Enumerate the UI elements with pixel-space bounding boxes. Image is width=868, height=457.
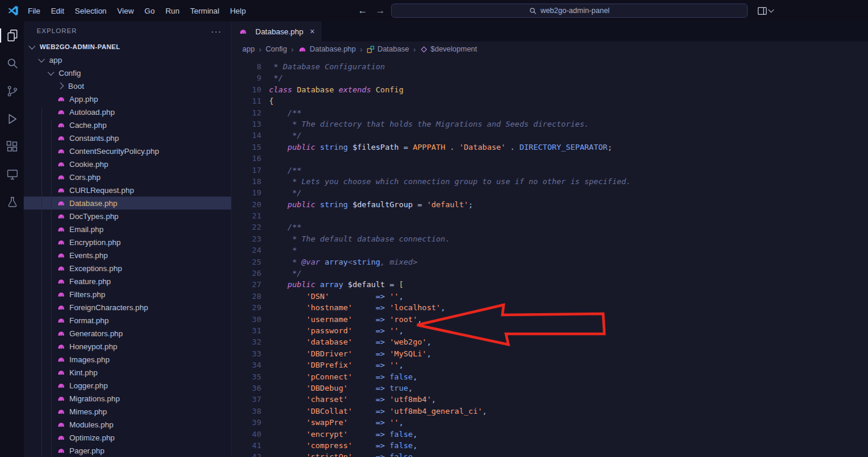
code-line[interactable]: 'encrypt' => false, bbox=[269, 429, 630, 440]
file-item[interactable]: Optimize.php bbox=[24, 431, 231, 444]
run-debug-icon[interactable] bbox=[0, 112, 24, 126]
file-item[interactable]: Events.php bbox=[24, 249, 231, 262]
file-item[interactable]: Modules.php bbox=[24, 418, 231, 431]
file-item[interactable]: Pager.php bbox=[24, 444, 231, 457]
file-item[interactable]: Filters.php bbox=[24, 288, 231, 301]
code-line[interactable]: 'strictOn' => false, bbox=[269, 451, 630, 457]
tab-database-php[interactable]: Database.php bbox=[232, 21, 321, 41]
php-file-icon bbox=[57, 160, 66, 169]
code-line[interactable]: /** bbox=[269, 107, 630, 118]
code-line[interactable]: 'pConnect' => false, bbox=[269, 371, 630, 382]
file-item[interactable]: Mimes.php bbox=[24, 405, 231, 418]
code-line[interactable]: /** bbox=[269, 165, 630, 176]
file-item[interactable]: Database.php bbox=[24, 197, 231, 210]
file-item[interactable]: ForeignCharacters.php bbox=[24, 301, 231, 314]
folder-item[interactable]: Boot bbox=[24, 79, 231, 92]
file-item[interactable]: Honeypot.php bbox=[24, 340, 231, 353]
code-line[interactable]: 'DSN' => '', bbox=[269, 291, 630, 302]
file-item[interactable]: Kint.php bbox=[24, 366, 231, 379]
file-item[interactable]: Encryption.php bbox=[24, 236, 231, 249]
file-item[interactable]: DocTypes.php bbox=[24, 210, 231, 223]
code-line[interactable]: 'database' => 'web2go', bbox=[269, 336, 630, 347]
menu-file[interactable]: File bbox=[23, 7, 46, 15]
search-icon-activity[interactable] bbox=[0, 56, 24, 70]
file-item[interactable]: Images.php bbox=[24, 353, 231, 366]
code-line[interactable]: class Database extends Config bbox=[269, 84, 630, 95]
code-line[interactable]: */ bbox=[269, 187, 630, 198]
breadcrumb-item[interactable]: Database.php bbox=[298, 45, 356, 54]
code-line[interactable]: 'username' => 'root', bbox=[269, 314, 630, 325]
close-tab-icon[interactable] bbox=[310, 27, 315, 36]
file-item[interactable]: Cache.php bbox=[24, 118, 231, 131]
code-line[interactable]: 'charset' => 'utf8mb4', bbox=[269, 394, 630, 405]
explorer-icon[interactable] bbox=[0, 28, 24, 43]
code-line[interactable]: * The default database connection. bbox=[269, 233, 630, 244]
file-item[interactable]: Cors.php bbox=[24, 170, 231, 184]
breadcrumb-item[interactable]: $development bbox=[420, 45, 478, 53]
back-arrow-icon[interactable] bbox=[358, 5, 367, 16]
file-item[interactable]: Constants.php bbox=[24, 131, 231, 144]
code-line[interactable]: * Database Configuration bbox=[269, 61, 630, 72]
breadcrumb-item[interactable]: Config bbox=[265, 45, 287, 53]
code-line[interactable]: * The directory that holds the Migration… bbox=[269, 118, 630, 130]
code-line[interactable]: 'password' => '', bbox=[269, 325, 630, 336]
code-line[interactable]: */ bbox=[269, 268, 630, 279]
code-line[interactable]: * @var array<string, mixed> bbox=[269, 256, 630, 268]
file-item[interactable]: Logger.php bbox=[24, 379, 231, 392]
code-line[interactable]: 'swapPre' => '', bbox=[269, 417, 630, 428]
menu-selection[interactable]: Selection bbox=[69, 7, 111, 15]
code-line[interactable] bbox=[269, 153, 630, 164]
code-line[interactable]: 'hostname' => 'localhost', bbox=[269, 302, 630, 313]
file-item[interactable]: Migrations.php bbox=[24, 392, 231, 405]
file-item[interactable]: Exceptions.php bbox=[24, 262, 231, 275]
code-line[interactable]: public array $default = [ bbox=[269, 279, 630, 290]
breadcrumb-item[interactable]: app bbox=[242, 45, 255, 53]
code-line[interactable]: public string $filesPath = APPPATH . 'Da… bbox=[269, 141, 630, 153]
code-line[interactable]: { bbox=[269, 95, 630, 107]
file-item[interactable]: Email.php bbox=[24, 223, 231, 236]
code-line[interactable]: * Lets you choose which connection group… bbox=[269, 176, 630, 187]
tree-item-label: Events.php bbox=[69, 251, 108, 260]
file-item[interactable]: Autoload.php bbox=[24, 105, 231, 118]
code-line[interactable]: public string $defaultGroup = 'default'; bbox=[269, 199, 630, 210]
forward-arrow-icon[interactable] bbox=[376, 5, 385, 16]
code-line[interactable]: 'DBCollat' => 'utf8mb4_general_ci', bbox=[269, 405, 630, 417]
menu-go[interactable]: Go bbox=[139, 7, 160, 15]
breadcrumb-label: $development bbox=[431, 45, 478, 53]
code-line[interactable]: 'DBDebug' => true, bbox=[269, 382, 630, 394]
code-line[interactable]: /** bbox=[269, 221, 630, 233]
code-line[interactable]: * bbox=[269, 244, 630, 256]
php-file-icon bbox=[57, 264, 66, 273]
breadcrumb-item[interactable]: Database bbox=[367, 45, 409, 53]
layout-toggle-button[interactable] bbox=[757, 6, 773, 16]
file-item[interactable]: Feature.php bbox=[24, 275, 231, 288]
folder-item[interactable]: app bbox=[24, 53, 231, 66]
menu-view[interactable]: View bbox=[112, 7, 139, 15]
testing-icon[interactable] bbox=[0, 195, 24, 210]
folder-item[interactable]: Config bbox=[24, 66, 231, 79]
code-line[interactable]: 'DBPrefix' => '', bbox=[269, 359, 630, 371]
file-item[interactable]: Generators.php bbox=[24, 327, 231, 340]
menu-edit[interactable]: Edit bbox=[46, 7, 69, 15]
file-item[interactable]: Format.php bbox=[24, 314, 231, 327]
file-item[interactable]: ContentSecurityPolicy.php bbox=[24, 144, 231, 157]
file-item[interactable]: Cookie.php bbox=[24, 157, 231, 170]
extensions-icon[interactable] bbox=[0, 140, 24, 154]
file-item[interactable]: App.php bbox=[24, 92, 231, 105]
command-center-search[interactable]: web2go-admin-panel bbox=[391, 4, 748, 18]
menu-help[interactable]: Help bbox=[225, 7, 251, 15]
code-line[interactable]: 'DBDriver' => 'MySQLi', bbox=[269, 348, 630, 359]
folder-item[interactable]: WEB2GO-ADMIN-PANEL bbox=[24, 40, 231, 53]
chevron-down-icon bbox=[38, 56, 44, 62]
file-item[interactable]: CURLRequest.php bbox=[24, 184, 231, 197]
code-line[interactable] bbox=[269, 210, 630, 221]
menu-terminal[interactable]: Terminal bbox=[185, 7, 225, 15]
code-line[interactable]: 'compress' => false, bbox=[269, 440, 630, 451]
code-line[interactable]: */ bbox=[269, 130, 630, 141]
code-line[interactable]: */ bbox=[269, 72, 630, 83]
more-actions-icon[interactable] bbox=[211, 26, 222, 36]
remote-explorer-icon[interactable] bbox=[0, 168, 24, 182]
code-content[interactable]: * Database Configuration */class Databas… bbox=[269, 61, 630, 457]
source-control-icon[interactable] bbox=[0, 84, 24, 98]
menu-run[interactable]: Run bbox=[160, 7, 185, 15]
